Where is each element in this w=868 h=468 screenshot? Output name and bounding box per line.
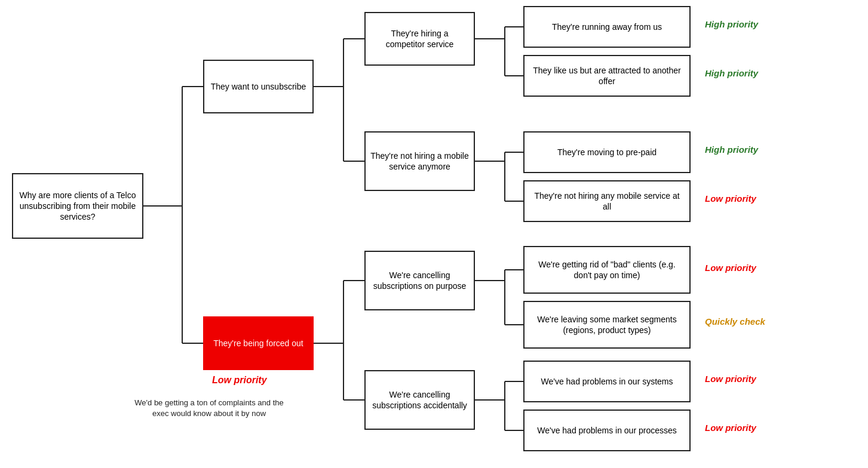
priority-moving-prepaid: High priority (705, 144, 758, 155)
attracted-offer-node: They like us but are attracted to anothe… (523, 55, 691, 97)
forced-out-priority: Low priority (212, 375, 267, 386)
bad-clients-node: We're getting rid of "bad" clients (e.g.… (523, 246, 691, 294)
no-mobile-node: They're not hiring any mobile service at… (523, 180, 691, 222)
not-hiring-node: They're not hiring a mobile service anym… (364, 131, 475, 191)
forced-out-node: They're being forced out (203, 316, 314, 370)
problems-systems-node: We've had problems in our systems (523, 361, 691, 402)
priority-bad-clients: Low priority (705, 263, 756, 273)
priority-running-away: High priority (705, 19, 758, 29)
priority-no-mobile: Low priority (705, 193, 756, 204)
competitor-node: They're hiring a competitor service (364, 12, 475, 66)
cancelling-accidental-node: We're cancelling subscriptions accidenta… (364, 370, 475, 430)
priority-problems-systems: Low priority (705, 374, 756, 384)
unsubscribe-node: They want to unsubscribe (203, 60, 314, 113)
running-away-node: They're running away from us (523, 6, 691, 48)
moving-prepaid-node: They're moving to pre-paid (523, 131, 691, 173)
problems-processes-node: We've had problems in our processes (523, 410, 691, 451)
root-node: Why are more clients of a Telco unsubscr… (12, 173, 143, 239)
forced-out-note: We'd be getting a ton of complaints and … (131, 398, 287, 419)
cancelling-purpose-node: We're cancelling subscriptions on purpos… (364, 251, 475, 310)
priority-market-segments: Quickly check (705, 316, 765, 327)
priority-attracted-offer: High priority (705, 68, 758, 78)
priority-problems-processes: Low priority (705, 423, 756, 433)
diagram: Why are more clients of a Telco unsubscr… (0, 0, 868, 468)
market-segments-node: We're leaving some market segments (regi… (523, 301, 691, 349)
